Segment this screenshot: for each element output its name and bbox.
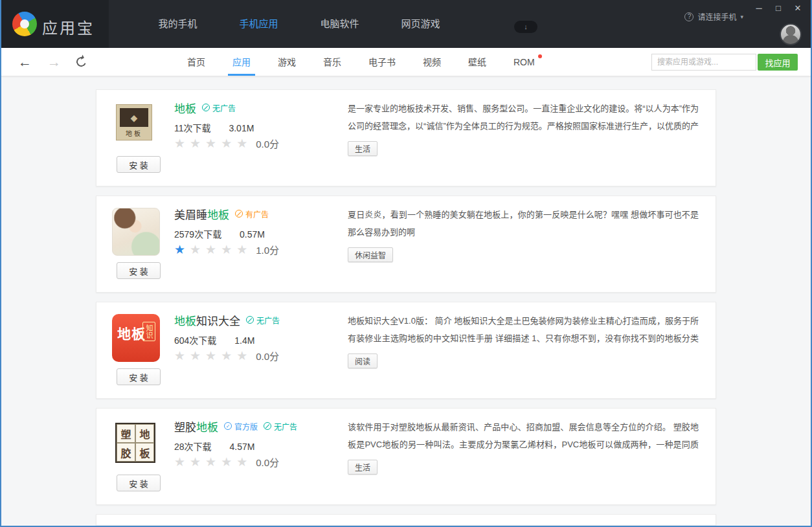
app-title[interactable]: 地板 无广告 xyxy=(174,99,236,116)
tab-wallpaper[interactable]: 壁纸 xyxy=(455,48,500,76)
download-manager-button[interactable]: ↓ xyxy=(514,21,537,33)
maximize-button[interactable]: □ xyxy=(773,3,784,13)
app-icon[interactable]: 地板 知识 xyxy=(112,314,160,362)
toolbar: ← → 首页 应用 游戏 音乐 电子书 视频 壁纸 ROM 找应用 xyxy=(1,48,811,76)
category-tag[interactable]: 生活 xyxy=(348,141,378,156)
star-rating: ★★★★★ xyxy=(174,454,252,469)
chevron-down-icon[interactable]: ▾ xyxy=(740,14,743,20)
title-highlight: 地板 xyxy=(174,315,196,328)
install-button[interactable]: 安 装 xyxy=(117,475,161,491)
app-icon[interactable] xyxy=(112,208,160,256)
results-list: ◆ 地板 地板 无广告 11次下载 3.01M ★★★★★ 0.0分 安 装 是… xyxy=(1,76,811,526)
app-title[interactable]: 塑胶地板 官方版 无广告 xyxy=(174,418,297,434)
app-window: 应用宝 我的手机 手机应用 电脑软件 网页游戏 ↓ ? 请连接手机 ▾ ─ □ … xyxy=(0,0,812,527)
title-text: 地板知识大全 xyxy=(174,312,240,328)
rating-row: ★★★★★ 0.0分 xyxy=(174,454,279,469)
icon-label: 地板 xyxy=(117,128,152,140)
app-card[interactable]: ◆ 地板 地板 无广告 11次下载 3.01M ★★★★★ 0.0分 安 装 是… xyxy=(96,89,716,186)
app-icon[interactable]: ◆ 地板 xyxy=(116,104,152,140)
app-size: 1.4M xyxy=(234,335,254,346)
star-rating: ★★★★★ xyxy=(174,242,252,257)
nav-mobile-apps[interactable]: 手机应用 xyxy=(218,0,299,48)
search-input[interactable] xyxy=(651,54,756,71)
icon-char: 塑 xyxy=(117,424,135,443)
app-meta: 28次下载 4.57M xyxy=(174,440,254,453)
search-area: 找应用 xyxy=(651,54,798,71)
official-icon xyxy=(224,422,232,430)
icon-char: 地 xyxy=(135,424,154,443)
tab-rom-label: ROM xyxy=(513,57,535,67)
icon-sublabel: 知识 xyxy=(142,322,155,341)
title-prefix: 美眉睡 xyxy=(174,209,207,221)
badge-label: 无广告 xyxy=(274,421,297,432)
app-card-partial xyxy=(96,514,716,526)
connect-phone[interactable]: ? 请连接手机 ▾ xyxy=(684,11,743,22)
title-text: 塑胶地板 xyxy=(174,418,218,434)
noad-icon xyxy=(264,422,271,430)
app-title[interactable]: 美眉睡地板 有广告 xyxy=(174,205,269,222)
notification-dot xyxy=(538,54,542,58)
tab-music[interactable]: 音乐 xyxy=(310,48,355,76)
icon-label: 地板 xyxy=(117,323,146,342)
minimize-button[interactable]: ─ xyxy=(754,3,764,13)
rating-score: 0.0分 xyxy=(256,137,279,150)
app-description: 该软件用于对塑胶地板从最新资讯、产品中心、招商加盟、展会信息等全方位的介绍。 塑… xyxy=(348,418,699,453)
noad-badge: 无广告 xyxy=(202,102,236,113)
app-size: 3.01M xyxy=(229,123,254,133)
app-icon[interactable]: 塑 地 胶 板 xyxy=(115,423,155,463)
download-count: 604次下载 xyxy=(174,335,216,346)
app-card[interactable]: 地板 知识 地板知识大全 无广告 604次下载 1.4M ★★★★★ 0.0分 … xyxy=(96,302,716,399)
category-tabs: 首页 应用 游戏 音乐 电子书 视频 壁纸 ROM xyxy=(174,48,548,76)
search-button[interactable]: 找应用 xyxy=(758,54,798,71)
icon-char: 板 xyxy=(135,443,154,462)
icon-pattern: ◆ xyxy=(120,108,148,127)
logo-area: 应用宝 xyxy=(1,0,109,48)
install-button[interactable]: 安 装 xyxy=(117,156,161,173)
app-logo-text: 应用宝 xyxy=(42,16,95,38)
category-tag[interactable]: 生活 xyxy=(348,460,378,475)
history-arrows: ← → xyxy=(18,48,86,76)
ad-badge: 有广告 xyxy=(235,208,269,219)
install-button[interactable]: 安 装 xyxy=(117,368,161,385)
user-avatar[interactable] xyxy=(780,23,802,45)
rating-row: ★★★★★ 0.0分 xyxy=(174,348,279,363)
forward-icon[interactable]: → xyxy=(47,54,61,70)
tab-games[interactable]: 游戏 xyxy=(264,48,310,76)
nav-my-phone[interactable]: 我的手机 xyxy=(137,0,218,48)
app-title[interactable]: 地板知识大全 无广告 xyxy=(174,311,280,328)
tab-rom[interactable]: ROM xyxy=(500,48,548,76)
category-tag[interactable]: 阅读 xyxy=(348,353,378,368)
window-controls: ─ □ ✕ xyxy=(754,3,803,13)
app-meta: 604次下载 1.4M xyxy=(174,333,254,346)
install-button[interactable]: 安 装 xyxy=(117,262,161,279)
download-arrow-icon: ↓ xyxy=(524,23,528,30)
tab-apps[interactable]: 应用 xyxy=(219,48,264,76)
tab-home[interactable]: 首页 xyxy=(174,48,219,76)
titlebar: 应用宝 我的手机 手机应用 电脑软件 网页游戏 ↓ ? 请连接手机 ▾ ─ □ … xyxy=(1,0,811,48)
app-description: 夏日炎炎，看到一个熟睡的美女躺在地板上，你的第一反映是什么呢？嘿嘿 想做坏事可也… xyxy=(348,206,699,241)
badge-label: 无广告 xyxy=(212,102,236,113)
app-meta: 11次下载 3.01M xyxy=(174,121,254,134)
title-prefix: 塑胶 xyxy=(174,421,196,434)
close-button[interactable]: ✕ xyxy=(793,3,803,13)
app-card[interactable]: 美眉睡地板 有广告 2579次下载 0.57M ★★★★★ 1.0分 安 装 夏… xyxy=(96,196,716,293)
official-badge: 官方版 xyxy=(224,421,258,432)
title-text: 美眉睡地板 xyxy=(174,206,229,222)
noad-badge: 无广告 xyxy=(246,315,280,326)
back-icon[interactable]: ← xyxy=(18,54,32,70)
rating-score: 1.0分 xyxy=(256,243,279,256)
star-rating: ★★★★★ xyxy=(174,136,252,151)
noad-badge: 无广告 xyxy=(264,421,297,432)
tab-ebooks[interactable]: 电子书 xyxy=(355,48,409,76)
nav-web-games[interactable]: 网页游戏 xyxy=(380,0,461,48)
nav-pc-software[interactable]: 电脑软件 xyxy=(299,0,380,48)
help-icon: ? xyxy=(684,12,694,21)
badge-label: 无广告 xyxy=(256,315,280,326)
app-size: 4.57M xyxy=(229,442,254,452)
refresh-icon[interactable] xyxy=(75,56,88,69)
tab-video[interactable]: 视频 xyxy=(409,48,455,76)
category-tag[interactable]: 休闲益智 xyxy=(348,247,393,262)
app-card[interactable]: 塑 地 胶 板 塑胶地板 官方版 无广告 28次下载 4.57M ★★★★★ 0… xyxy=(96,408,716,505)
rating-score: 0.0分 xyxy=(256,455,279,469)
star-rating: ★★★★★ xyxy=(174,348,252,363)
